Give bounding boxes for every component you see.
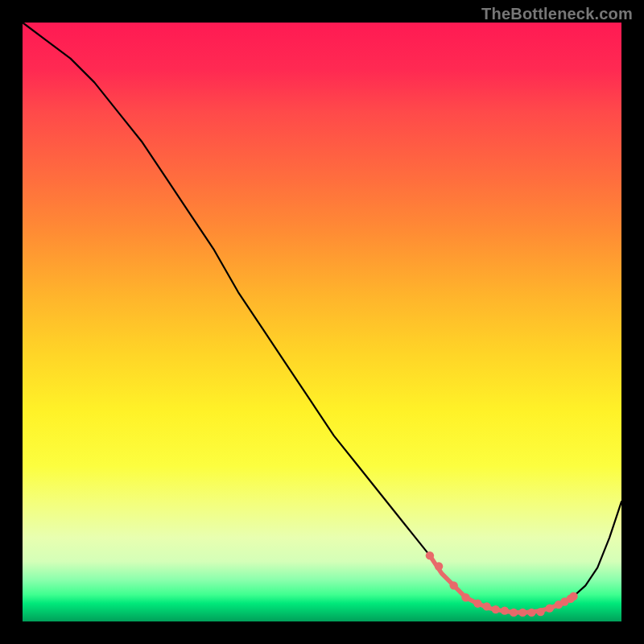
marker-dot [501, 606, 509, 614]
marker-dot [546, 604, 554, 612]
marker-dot [461, 593, 469, 601]
marker-dot [536, 608, 544, 616]
marker-dot [426, 551, 434, 559]
marker-dot [492, 605, 500, 613]
marker-dot [473, 599, 481, 607]
marker-dot [510, 609, 518, 617]
marker-dot [518, 609, 526, 617]
chart-frame: TheBottleneck.com [0, 0, 644, 644]
marker-dot [435, 562, 443, 570]
marker-dot [482, 602, 490, 610]
marker-dot [449, 581, 457, 589]
marker-dot [527, 609, 535, 617]
watermark-text: TheBottleneck.com [481, 5, 633, 23]
marker-dot [569, 592, 577, 601]
curve-layer [23, 23, 621, 621]
bottleneck-curve [23, 23, 621, 613]
